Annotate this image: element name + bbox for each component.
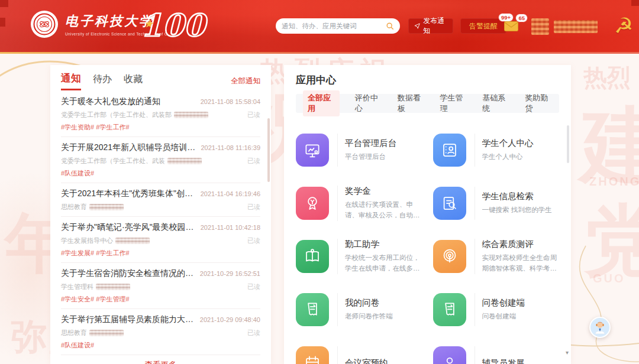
party-emblem-icon: ☭ bbox=[614, 13, 633, 39]
app-description: 学校统一发布用工岗位，学生在线申请，在线多级审核。提... bbox=[345, 253, 422, 274]
notice-sender: 学生发展指导中心 bbox=[61, 236, 150, 245]
app-name: 问卷创建端 bbox=[482, 297, 525, 308]
book-icon bbox=[296, 240, 329, 273]
global-search[interactable] bbox=[276, 18, 400, 34]
notice-tags: #学生发展# #学生工作# bbox=[61, 249, 260, 258]
form-icon bbox=[433, 293, 466, 326]
app-description: 在线进行奖项设置、申请、审核及公示，自动统计获奖情... bbox=[345, 200, 422, 221]
envelope-icon bbox=[504, 21, 518, 31]
top-header: 电子科技大学 University of Electronic Science … bbox=[0, 0, 639, 52]
read-status: 已读 bbox=[247, 157, 260, 165]
notice-item[interactable]: 关于举办"晒笔记·亮学风"最美校园学习笔记展的...2021-11-01 10:… bbox=[61, 217, 260, 263]
apps-scrollbar[interactable] bbox=[567, 125, 569, 163]
notice-item[interactable]: 关于学生宿舍消防安全检查情况的通报2021-10-29 16:52:51学生管理… bbox=[61, 263, 260, 309]
app-name: 综合素质测评 bbox=[482, 239, 560, 250]
search-input[interactable] bbox=[282, 22, 386, 30]
star-icon: ★ bbox=[144, 7, 153, 41]
app-card-会议室预约[interactable]: 会议室预约 bbox=[296, 336, 422, 364]
user-account[interactable] bbox=[531, 17, 600, 37]
app-card-学生信息检索[interactable]: 学生信息检索一键搜索 找到您的学生 bbox=[433, 177, 560, 230]
redacted-text bbox=[89, 330, 124, 336]
app-card-辅导员发展[interactable]: 辅导员发展 bbox=[433, 336, 560, 364]
notice-date: 2021-10-29 09:48:40 bbox=[200, 316, 260, 323]
all-notices-link[interactable]: 全部通知 bbox=[231, 76, 260, 86]
notice-tab-收藏[interactable]: 收藏 bbox=[124, 73, 143, 89]
view-more-link[interactable]: 查看更多 bbox=[61, 355, 260, 364]
app-name: 学生信息检索 bbox=[482, 191, 552, 202]
app-description: 一键搜索 找到您的学生 bbox=[482, 205, 552, 216]
monitor-icon bbox=[296, 134, 329, 167]
app-card-问卷创建端[interactable]: 问卷创建端问卷创建端 bbox=[433, 283, 560, 336]
app-card-勤工助学[interactable]: 勤工助学学校统一发布用工岗位，学生在线申请，在线多级审核。提... bbox=[296, 230, 422, 283]
app-tab-学生管理[interactable]: 学生管理 bbox=[440, 93, 467, 114]
app-description: 平台管理后台 bbox=[345, 152, 396, 162]
redacted-text bbox=[174, 112, 208, 118]
publish-notice-button[interactable]: 发布通知 bbox=[408, 18, 453, 34]
app-card-我的问卷[interactable]: 我的问卷老师问卷作答端 bbox=[296, 283, 422, 336]
meeting-icon bbox=[296, 346, 329, 364]
app-description: 实现对高校师生全生命周期德智体客观、科学考评的一项应... bbox=[482, 253, 560, 274]
app-grid: 平台管理后台平台管理后台学生个人中心学生个人中心奖学金在线进行奖项设置、申请、审… bbox=[296, 124, 559, 364]
app-name: 平台管理后台 bbox=[345, 138, 396, 149]
app-description: 学生个人中心 bbox=[482, 152, 534, 162]
notice-sender: 党委学生工作部（学生工作处、武装 bbox=[61, 157, 202, 165]
flag-fold-artifact bbox=[0, 0, 8, 7]
app-description: 问卷创建端 bbox=[482, 311, 525, 322]
read-status: 已读 bbox=[247, 329, 260, 337]
bg-char: 热烈 bbox=[583, 61, 631, 94]
service-person-icon bbox=[592, 320, 608, 335]
app-name: 会议室预约 bbox=[345, 358, 388, 364]
notice-title: 关于举办"晒笔记·亮学风"最美校园学习笔记展的... bbox=[61, 222, 196, 233]
notice-item[interactable]: 关于开展2021年新入职辅导员培训的通知2021-11-08 11:16:39党… bbox=[61, 137, 260, 183]
notice-date: 2021-11-08 11:16:39 bbox=[201, 144, 260, 151]
alert-reminder-button[interactable]: 告警提醒 99+ bbox=[460, 18, 506, 34]
notice-item[interactable]: 关于2021年本科生"优秀班集体"创建工作校级...2021-11-04 16:… bbox=[61, 183, 260, 217]
search-icon[interactable] bbox=[386, 22, 394, 30]
app-name: 辅导员发展 bbox=[482, 358, 525, 364]
notice-list: 关于暖冬大礼包发放的通知2021-11-08 15:58:04党委学生工作部（学… bbox=[61, 91, 260, 355]
notice-title: 关于暖冬大礼包发放的通知 bbox=[61, 96, 196, 107]
doc-search-icon bbox=[433, 187, 466, 220]
app-center-title: 应用中心 bbox=[296, 73, 559, 87]
app-card-学生个人中心[interactable]: 学生个人中心学生个人中心 bbox=[433, 124, 560, 177]
app-tab-评价中心[interactable]: 评价中心 bbox=[355, 93, 382, 114]
id-card-icon bbox=[433, 134, 466, 167]
user-avatar bbox=[531, 18, 549, 35]
university-emblem-icon bbox=[31, 11, 58, 38]
notice-sender: 思想教育 bbox=[61, 203, 124, 212]
app-tab-基础系统[interactable]: 基础系统 bbox=[482, 93, 509, 114]
form-icon bbox=[296, 293, 329, 326]
read-status: 已读 bbox=[247, 236, 260, 245]
app-name: 奖学金 bbox=[345, 186, 422, 197]
growth-icon bbox=[433, 346, 466, 364]
notice-date: 2021-11-04 16:19:46 bbox=[201, 190, 260, 197]
app-card-综合素质测评[interactable]: 综合素质测评实现对高校师生全生命周期德智体客观、科学考评的一项应... bbox=[433, 230, 560, 283]
notice-title: 关于举行第五届辅导员素质能力大赛决赛的通知 bbox=[61, 314, 195, 325]
notice-item[interactable]: 关于暖冬大礼包发放的通知2021-11-08 15:58:04党委学生工作部（学… bbox=[61, 91, 260, 137]
medal-icon bbox=[296, 187, 329, 220]
notice-scrollbar[interactable] bbox=[267, 118, 270, 182]
app-tab-数据看板[interactable]: 数据看板 bbox=[398, 93, 425, 114]
party-100th-anniversary-logo: ★ 100 bbox=[141, 8, 198, 43]
notice-tags: #队伍建设# bbox=[61, 341, 260, 350]
redacted-text bbox=[167, 158, 202, 164]
notice-title: 关于2021年本科生"优秀班集体"创建工作校级... bbox=[61, 188, 196, 199]
notice-tab-待办[interactable]: 待办 bbox=[93, 73, 112, 89]
flag-fold-artifact bbox=[0, 18, 5, 27]
app-tab-奖助勤贷[interactable]: 奖助勤贷 bbox=[525, 93, 552, 114]
app-tab-全部应用[interactable]: 全部应用 bbox=[303, 90, 340, 116]
app-card-平台管理后台[interactable]: 平台管理后台平台管理后台 bbox=[296, 124, 422, 177]
notice-tab-通知[interactable]: 通知 bbox=[61, 72, 81, 90]
notice-sender: 党委学生工作部（学生工作处、武装部 bbox=[61, 110, 208, 119]
redacted-text bbox=[96, 284, 130, 290]
read-status: 已读 bbox=[247, 203, 260, 212]
notice-tags: #学生安全# #学生管理# bbox=[61, 295, 260, 304]
customer-service-avatar[interactable] bbox=[589, 317, 611, 338]
mail-button[interactable]: 65 bbox=[504, 21, 518, 31]
read-status: 已读 bbox=[247, 110, 260, 119]
user-name-redacted bbox=[554, 20, 598, 33]
app-card-奖学金[interactable]: 奖学金在线进行奖项设置、申请、审核及公示，自动统计获奖情... bbox=[296, 177, 422, 230]
alert-count-badge: 99+ bbox=[498, 13, 514, 22]
notice-item[interactable]: 关于举行第五届辅导员素质能力大赛决赛的通知2021-10-29 09:48:40… bbox=[61, 309, 260, 355]
scroll-down-arrow-icon[interactable]: ▾ bbox=[566, 349, 638, 356]
